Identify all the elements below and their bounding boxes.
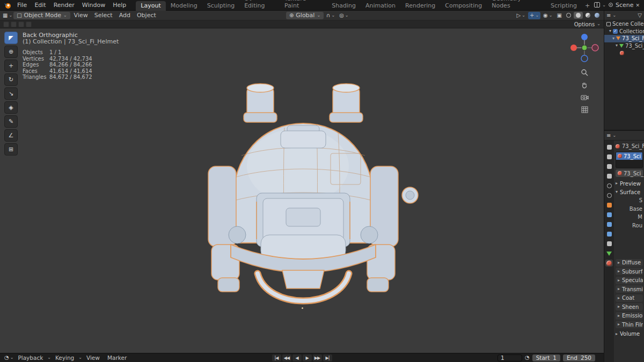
add-workspace-button[interactable]: + bbox=[582, 1, 593, 11]
workspace-tab-texture-paint[interactable]: Texture Paint bbox=[280, 0, 327, 11]
tool-transform[interactable]: ◈ bbox=[4, 101, 18, 114]
tab-object-data[interactable] bbox=[605, 250, 613, 257]
tool-setting-icon[interactable] bbox=[26, 21, 32, 27]
section-surface[interactable]: ▾ Surface bbox=[616, 188, 644, 196]
workspace-tab-modeling[interactable]: Modeling bbox=[166, 1, 202, 11]
helmet-model[interactable] bbox=[177, 74, 429, 313]
transform-orientation-dropdown[interactable]: ⊕ Global ⌄ bbox=[286, 12, 324, 19]
orthographic-grid-icon[interactable] bbox=[580, 105, 589, 114]
workspace-tab-animation[interactable]: Animation bbox=[361, 1, 400, 11]
chevron-down-icon[interactable]: ⌄ bbox=[612, 13, 616, 18]
chevron-down-icon[interactable]: ⌄ bbox=[602, 3, 606, 8]
properties-editor-icon[interactable]: ≡ bbox=[606, 133, 611, 138]
outliner-editor-icon[interactable]: ≡ bbox=[606, 13, 611, 18]
disclosure-icon[interactable]: ▾ bbox=[609, 29, 611, 33]
xray-toggle[interactable]: ▣ bbox=[555, 12, 564, 19]
subsection-transmission[interactable]: ▸Transmis bbox=[616, 285, 643, 293]
tool-annotate[interactable]: ✎ bbox=[4, 115, 18, 128]
timeline-editor-icon[interactable]: ◔ bbox=[4, 355, 9, 360]
subsection-specular[interactable]: ▸Specular bbox=[616, 277, 643, 284]
tab-render[interactable] bbox=[605, 153, 613, 160]
prev-keyframe-button[interactable]: ◀◀ bbox=[282, 354, 291, 361]
material-name-field[interactable]: 73_Sci_ bbox=[616, 169, 643, 177]
workspace-tab-shading[interactable]: Shading bbox=[327, 1, 361, 11]
workspace-tab-sculpting[interactable]: Sculpting bbox=[202, 1, 239, 11]
camera-view-icon[interactable] bbox=[580, 93, 589, 101]
material-slot-item[interactable]: 73_Sci bbox=[616, 152, 642, 160]
outliner-row-collection[interactable]: ▾ ✓ Collection bbox=[604, 28, 644, 35]
section-preview[interactable]: ▸ Preview bbox=[616, 179, 644, 188]
workspace-tab-layout[interactable]: Layout bbox=[136, 1, 165, 11]
tool-select-box[interactable]: ◤ bbox=[4, 32, 18, 44]
active-tool-icon[interactable] bbox=[3, 21, 9, 27]
workspace-tab-compositing[interactable]: Compositing bbox=[440, 1, 487, 11]
filter-funnel-icon[interactable]: ▽ bbox=[638, 13, 642, 18]
menu-add[interactable]: Add bbox=[116, 12, 133, 19]
menu-timeline-view[interactable]: View bbox=[83, 354, 103, 361]
chevron-down-icon[interactable]: ⌄ bbox=[9, 13, 12, 18]
tab-physics[interactable] bbox=[605, 231, 613, 238]
pan-hand-icon[interactable] bbox=[580, 80, 589, 89]
subsection-sheen[interactable]: ▸Sheen bbox=[616, 303, 643, 311]
outliner-row-helmet-mesh-data[interactable]: ▾ 73_Sci_Fi_Helmet bbox=[604, 42, 644, 50]
chevron-down-icon[interactable]: ⌄ bbox=[10, 356, 14, 360]
scene-selector[interactable]: Scene ✕ bbox=[608, 2, 640, 9]
outliner-row-scene-collection[interactable]: Scene Collection bbox=[604, 20, 644, 28]
tab-particles[interactable] bbox=[605, 221, 613, 228]
menu-file[interactable]: File bbox=[14, 2, 30, 9]
tool-setting-icon[interactable] bbox=[18, 21, 24, 27]
zoom-icon[interactable] bbox=[580, 68, 589, 77]
workspace-tab-scripting[interactable]: Scripting bbox=[546, 1, 582, 11]
tab-material[interactable] bbox=[605, 260, 613, 267]
shading-material-button[interactable] bbox=[584, 12, 592, 19]
collection-checkbox[interactable]: ✓ bbox=[613, 29, 618, 34]
tab-object[interactable] bbox=[605, 202, 613, 209]
show-overlays-toggle[interactable]: ◉ ⌄ bbox=[541, 12, 554, 19]
tab-view-layer[interactable] bbox=[605, 173, 613, 180]
menu-view[interactable]: View bbox=[71, 12, 91, 19]
current-frame-field[interactable]: 1 bbox=[497, 354, 522, 361]
subsection-thin-film[interactable]: ▸Thin Film bbox=[616, 321, 643, 328]
workspace-tab-uv-editing[interactable]: UV Editing bbox=[239, 0, 280, 11]
workspace-tab-rendering[interactable]: Rendering bbox=[400, 1, 440, 11]
shading-rendered-button[interactable] bbox=[593, 12, 601, 19]
shading-solid-button[interactable] bbox=[574, 12, 583, 19]
snap-toggle[interactable]: ∩ ⌄ bbox=[325, 12, 336, 19]
tool-measure[interactable]: ∠ bbox=[4, 129, 18, 142]
tab-constraints[interactable] bbox=[605, 240, 613, 247]
workspace-tab-geometry-nodes[interactable]: Geometry Nodes bbox=[487, 0, 546, 11]
tool-rotate[interactable]: ↻ bbox=[4, 73, 18, 86]
disclosure-icon[interactable]: ▾ bbox=[616, 43, 618, 48]
frame-end-field[interactable]: End 250 bbox=[563, 354, 595, 361]
show-gizmo-toggle[interactable]: + ⌄ bbox=[528, 12, 540, 19]
menu-marker[interactable]: Marker bbox=[104, 354, 130, 361]
section-volume[interactable]: ▸ Volume bbox=[616, 330, 644, 338]
menu-keying[interactable]: Keying bbox=[52, 354, 77, 361]
tab-modifiers[interactable] bbox=[605, 211, 613, 218]
jump-to-start-button[interactable]: |◀ bbox=[272, 354, 281, 361]
subsection-emission[interactable]: ▸Emission bbox=[616, 312, 643, 320]
menu-help[interactable]: Help bbox=[109, 2, 129, 9]
outliner-row-helmet-object[interactable]: ▾ 73_Sci_Fi_Helmet bbox=[604, 35, 644, 42]
next-keyframe-button[interactable]: ▶▶ bbox=[313, 354, 322, 361]
tab-output[interactable] bbox=[605, 163, 613, 170]
tab-scene[interactable] bbox=[605, 182, 613, 189]
frame-start-field[interactable]: Start 1 bbox=[532, 354, 560, 361]
tool-add-cube[interactable]: ⊞ bbox=[4, 143, 18, 156]
menu-render[interactable]: Render bbox=[50, 2, 78, 9]
options-dropdown[interactable]: Options ⌄ bbox=[574, 21, 601, 27]
tab-world[interactable] bbox=[605, 192, 613, 199]
subsection-coat[interactable]: ▸Coat bbox=[616, 294, 643, 302]
outliner-row-material[interactable] bbox=[604, 49, 644, 57]
subsection-diffuse[interactable]: ▸Diffuse bbox=[616, 259, 643, 267]
selectability-dropdown[interactable]: ▷ ⌄ bbox=[515, 12, 527, 19]
auto-keying-clock-icon[interactable]: ◔ bbox=[525, 355, 530, 360]
subsection-subsurface[interactable]: ▸Subsurfa bbox=[616, 268, 643, 275]
tool-setting-icon[interactable] bbox=[11, 21, 17, 27]
screen-layout-icon[interactable] bbox=[594, 2, 600, 9]
disclosure-icon[interactable]: ▾ bbox=[612, 36, 614, 41]
material-slot-list[interactable]: 73_Sci bbox=[616, 152, 643, 168]
play-button[interactable]: ▶ bbox=[303, 354, 312, 361]
menu-object[interactable]: Object bbox=[134, 12, 159, 19]
editor-type-icon[interactable]: ▦ bbox=[3, 13, 8, 18]
